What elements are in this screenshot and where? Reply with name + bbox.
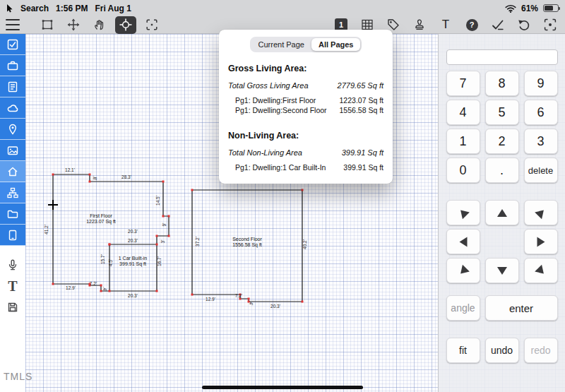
dpad-up-button[interactable] [485, 200, 519, 225]
dpad-right-button[interactable] [524, 229, 558, 254]
key-6[interactable]: 6 [524, 100, 558, 125]
undo-button[interactable]: undo [485, 338, 519, 363]
key-decimal[interactable]: . [485, 158, 519, 183]
arrow-left-icon [459, 237, 467, 247]
area-row-value: 399.91 Sq ft [343, 162, 383, 172]
folder-icon [6, 208, 19, 220]
key-1[interactable]: 1 [446, 129, 480, 154]
angle-button[interactable]: angle [446, 295, 480, 321]
status-date: Fri Aug 1 [95, 4, 131, 13]
undo-icon [517, 18, 531, 32]
area-row: Pg1: Dwelling:Second Floor 1556.58 Sq ft [228, 105, 383, 115]
text-tool-button[interactable]: T [438, 16, 453, 33]
dpad-down-right-button[interactable] [524, 258, 558, 283]
text-annotation-button[interactable]: T [0, 275, 25, 297]
pan-hand-tool-button[interactable] [89, 16, 110, 34]
sidebar: T [0, 34, 25, 392]
top-chrome: Search 1:56 PM Fri Aug 1 61% [0, 0, 565, 34]
help-button[interactable]: ? [464, 16, 480, 33]
corner-marks-icon [145, 18, 159, 32]
dpad-up-right-button[interactable] [524, 200, 558, 225]
sidebar-item-jobs[interactable] [0, 55, 25, 76]
area-summary-popup: Current Page All Pages Gross Living Area… [219, 30, 393, 184]
arrow-down-left-icon [457, 264, 470, 277]
fit-button[interactable]: fit [446, 338, 480, 363]
sidebar-item-photos[interactable] [0, 140, 25, 161]
non-living-total-label: Total Non-Living Area [228, 148, 302, 158]
tab-all-pages[interactable]: All Pages [311, 38, 361, 51]
sidebar-item-forms[interactable] [0, 76, 25, 97]
enter-button[interactable]: enter [485, 295, 558, 321]
dpad-left-button[interactable] [446, 229, 480, 254]
dpad-down-button[interactable] [485, 258, 519, 283]
sidebar-item-hierarchy[interactable] [0, 182, 25, 203]
area-row-label: Pg1: Dwelling:Second Floor [235, 105, 327, 115]
save-floppy-icon [6, 301, 19, 314]
battery-icon [543, 4, 559, 12]
cloud-icon [6, 102, 19, 114]
arrow-up-right-icon [535, 206, 547, 219]
move-tool-button[interactable] [63, 16, 84, 34]
redo-button[interactable]: redo [524, 338, 558, 363]
checkmark-pen-icon [491, 18, 505, 32]
dimension-input[interactable] [446, 49, 558, 65]
area-row-value: 1556.58 Sq ft [340, 105, 383, 115]
dpad-center-gap [485, 229, 519, 254]
arrow-right-icon [537, 237, 545, 247]
pointer-cursor-icon [6, 4, 13, 13]
text-annotation-icon: T [8, 278, 17, 295]
arrow-up-left-icon [457, 206, 470, 219]
key-8[interactable]: 8 [485, 71, 519, 96]
dpad-down-left-button[interactable] [446, 258, 480, 283]
key-4[interactable]: 4 [446, 100, 480, 125]
location-pin-icon [6, 123, 19, 136]
sidebar-item-tasks[interactable] [0, 34, 25, 55]
briefcase-icon [6, 59, 19, 72]
fit-undo-redo-row: fit undo redo [439, 338, 565, 363]
angle-enter-row: angle enter [439, 295, 565, 321]
save-button[interactable] [0, 297, 25, 318]
key-delete[interactable]: delete [524, 158, 558, 183]
validate-draw-button[interactable] [490, 16, 506, 33]
tab-current-page[interactable]: Current Page [251, 38, 311, 51]
non-living-total-row: Total Non-Living Area 399.91 Sq ft [228, 148, 383, 158]
sidebar-item-files[interactable] [0, 203, 25, 225]
key-9[interactable]: 9 [524, 71, 558, 96]
crosshair-target-icon [119, 18, 133, 32]
help-icon: ? [466, 19, 478, 31]
sidebar-item-location[interactable] [0, 119, 25, 140]
gross-total-row: Total Gross Living Area 2779.65 Sq ft [228, 81, 383, 90]
key-3[interactable]: 3 [524, 129, 558, 154]
menu-button[interactable] [6, 18, 20, 31]
arrow-down-right-icon [535, 264, 547, 277]
wifi-icon [505, 4, 516, 13]
home-indicator[interactable] [202, 386, 363, 389]
shape-corners-tool-button[interactable] [141, 16, 162, 34]
tablet-icon [6, 229, 19, 242]
house-icon [6, 165, 19, 178]
arrow-up-icon [497, 209, 507, 217]
sidebar-item-cloud[interactable] [0, 97, 25, 119]
sidebar-item-device[interactable] [0, 225, 25, 246]
status-bar: Search 1:56 PM Fri Aug 1 61% [0, 0, 565, 15]
hierarchy-tree-icon [6, 186, 19, 199]
stamp-tool-button[interactable] [412, 16, 427, 33]
direction-pad [439, 200, 565, 283]
focus-brackets-icon [543, 18, 557, 32]
key-0[interactable]: 0 [446, 158, 480, 183]
undo-arrow-button[interactable] [516, 16, 532, 33]
marquee-select-icon [40, 18, 54, 32]
focus-expand-button[interactable] [542, 16, 558, 33]
photo-icon [6, 144, 19, 157]
crosshair-tool-button[interactable] [115, 16, 136, 34]
watermark: TMLS [4, 371, 32, 382]
sidebar-item-sketch[interactable] [0, 161, 25, 182]
marquee-select-tool-button[interactable] [37, 16, 58, 34]
mic-button[interactable] [0, 254, 25, 275]
dpad-up-left-button[interactable] [446, 200, 480, 225]
key-5[interactable]: 5 [485, 100, 519, 125]
key-7[interactable]: 7 [446, 71, 480, 96]
key-2[interactable]: 2 [485, 129, 519, 154]
gross-living-title: Gross Living Area: [228, 64, 383, 73]
non-living-total-value: 399.91 Sq ft [342, 148, 383, 158]
